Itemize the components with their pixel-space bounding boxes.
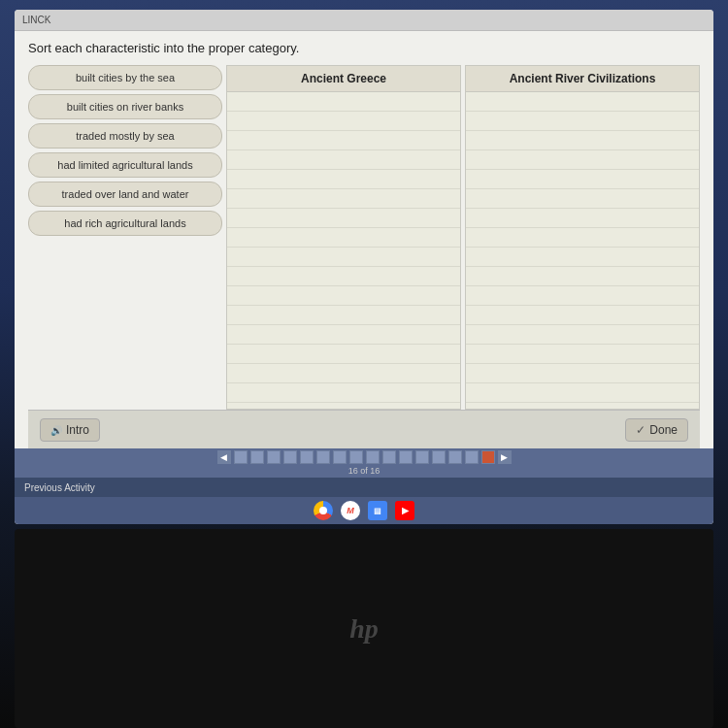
dot-11[interactable] xyxy=(399,450,413,464)
prev-activity-text[interactable]: Previous Activity xyxy=(24,482,95,493)
chrome-taskbar-icon[interactable] xyxy=(314,501,333,520)
char-item-6[interactable]: had rich agricultural lands xyxy=(28,211,222,236)
dot-7[interactable] xyxy=(333,450,347,464)
hp-logo: hp xyxy=(349,613,379,645)
dot-6[interactable] xyxy=(316,450,330,464)
dot-2[interactable] xyxy=(250,450,264,464)
speaker-icon xyxy=(50,423,62,437)
instruction-text: Sort each characteristic into the proper… xyxy=(28,41,700,55)
char-item-1[interactable]: built cities by the sea xyxy=(28,65,222,90)
category-ancient-river[interactable]: Ancient River Civilizations xyxy=(465,65,700,410)
intro-label: Intro xyxy=(66,423,89,437)
youtube-taskbar-icon[interactable]: ▶ xyxy=(395,501,414,520)
dot-1[interactable] xyxy=(234,450,248,464)
chrome-inner-circle xyxy=(319,507,327,514)
prev-arrow[interactable]: ◀ xyxy=(217,450,231,464)
done-button[interactable]: Done xyxy=(625,418,688,442)
dot-10[interactable] xyxy=(382,450,396,464)
taskbar: M ▤ ▶ xyxy=(15,497,713,524)
progress-text: 16 of 16 xyxy=(348,466,381,476)
category-ancient-greece-header: Ancient Greece xyxy=(227,66,460,92)
category-ancient-greece[interactable]: Ancient Greece xyxy=(226,65,461,410)
char-item-5[interactable]: traded over land and water xyxy=(28,182,222,207)
gmail-label: M xyxy=(347,506,354,515)
sort-area: built cities by the sea built cities on … xyxy=(28,65,700,410)
app-content: Sort each characteristic into the proper… xyxy=(15,31,713,448)
check-icon xyxy=(636,423,645,437)
category-ancient-river-body[interactable] xyxy=(466,92,699,409)
done-label: Done xyxy=(649,423,678,437)
hp-logo-area: hp xyxy=(15,529,713,728)
characteristics-column: built cities by the sea built cities on … xyxy=(28,65,222,410)
dot-14[interactable] xyxy=(448,450,462,464)
progress-row: ◀ ▶ 16 of 16 xyxy=(15,448,713,478)
laptop-background: LINCK Sort each characteristic into the … xyxy=(0,0,728,728)
intro-button[interactable]: Intro xyxy=(40,418,100,442)
docs-label: ▤ xyxy=(374,507,381,515)
dot-8[interactable] xyxy=(349,450,363,464)
dot-4[interactable] xyxy=(283,450,297,464)
dot-16-active[interactable] xyxy=(481,450,495,464)
docs-taskbar-icon[interactable]: ▤ xyxy=(368,501,387,520)
browser-bar: LINCK xyxy=(15,10,713,31)
char-item-4[interactable]: had limited agricultural lands xyxy=(28,152,222,178)
dots-container: ◀ ▶ xyxy=(217,450,512,464)
youtube-label: ▶ xyxy=(402,506,409,515)
prev-activity-bar[interactable]: Previous Activity xyxy=(15,478,713,497)
dot-13[interactable] xyxy=(432,450,446,464)
char-item-3[interactable]: traded mostly by sea xyxy=(28,123,222,149)
dot-3[interactable] xyxy=(267,450,281,464)
next-arrow[interactable]: ▶ xyxy=(498,450,512,464)
bottom-toolbar: Intro Done xyxy=(28,410,700,448)
gmail-taskbar-icon[interactable]: M xyxy=(341,501,360,520)
dot-12[interactable] xyxy=(415,450,429,464)
screen: LINCK Sort each characteristic into the … xyxy=(15,10,713,524)
category-ancient-greece-body[interactable] xyxy=(227,92,460,409)
char-item-2[interactable]: built cities on river banks xyxy=(28,94,222,119)
dot-15[interactable] xyxy=(465,450,479,464)
dot-5[interactable] xyxy=(300,450,314,464)
browser-bar-text: LINCK xyxy=(22,15,50,25)
dot-9[interactable] xyxy=(366,450,380,464)
category-ancient-river-header: Ancient River Civilizations xyxy=(466,66,699,92)
